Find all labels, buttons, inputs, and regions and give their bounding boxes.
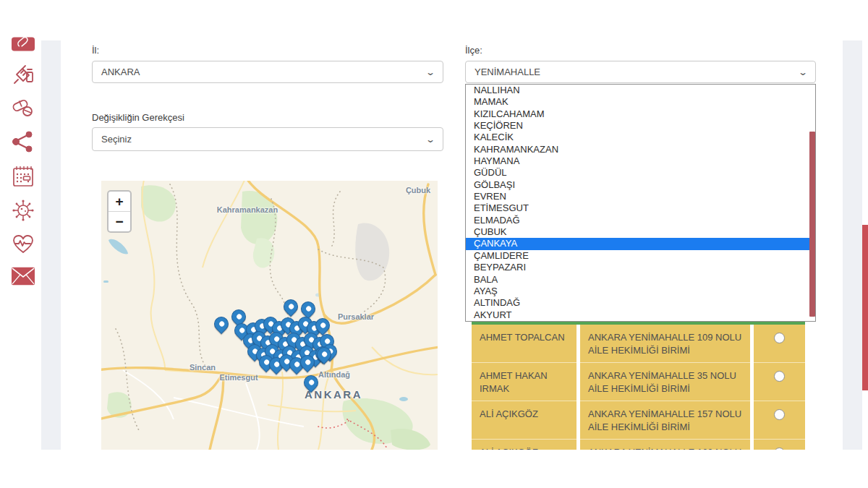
facility-select-cell [754,401,805,439]
map-tiles [101,181,438,450]
facility-table-row: AHMET HAKAN IRMAKANKARA YENİMAHALLE 35 N… [472,362,805,401]
dropdown-option[interactable]: AKYURT [466,309,815,321]
ilce-select[interactable]: YENİMAHALLE ⌄ [465,61,816,83]
map-place-label: Sincan [190,363,216,372]
il-label: İl: [92,45,99,56]
facility-table-row: AHMET TOPALCANANKARA YENİMAHALLE 109 NOL… [472,325,805,362]
facility-unit-cell: ANKARA YENİMAHALLE 157 NOLU AİLE HEKİMLİ… [580,401,750,439]
ilce-select-value: YENİMAHALLE [475,67,540,77]
dropdown-option[interactable]: ÇUBUK [466,226,815,238]
right-gutter [843,40,862,450]
chevron-down-icon: ⌄ [798,67,808,77]
facility-table-row: ALİ AÇIKGÖZANKARA YENİMAHALLE 157 NOLU A… [472,401,805,439]
facility-select-cell [754,325,805,362]
dropdown-option[interactable]: AYAŞ [466,286,815,297]
facility-table: AHMET TOPALCANANKARA YENİMAHALLE 109 NOL… [472,325,805,450]
il-select-value: ANKARA [101,67,140,77]
doctor-name-cell: ALİ AÇIKGÖZ [472,401,576,439]
dropdown-scrollbar[interactable] [809,132,815,317]
page-edge-red-bar[interactable] [862,225,868,390]
dropdown-option[interactable]: MAMAK [466,96,815,108]
dropdown-option[interactable]: KALECİK [466,132,815,143]
syringe-icon[interactable] [12,63,35,86]
facility-radio-button[interactable] [774,409,785,420]
facility-select-cell [754,439,805,450]
gerekce-select[interactable]: Seçiniz ⌄ [92,127,443,151]
dropdown-option[interactable]: ETİMESGUT [466,202,815,214]
dropdown-option[interactable]: GÖLBAŞI [466,179,815,191]
facility-unit-cell: ANKARA YENİMAHALLE 109 NOLU AİLE HEKİMLİ… [580,325,750,362]
share-icon[interactable] [12,130,35,153]
dropdown-option[interactable]: ÇAMLIDERE [466,250,815,262]
dropdown-option[interactable]: EVREN [466,191,815,202]
doctor-name-cell: AHMET HAKAN IRMAK [472,362,576,401]
ilce-dropdown-list[interactable]: NALLIHANMAMAKKIZILCAHAMAMKEÇİÖRENKALECİK… [465,84,816,322]
dropdown-option[interactable]: KAHRAMANKAZAN [466,144,815,155]
virus-icon[interactable] [12,199,35,222]
doctor-name-cell: AHMET TOPALCAN [472,325,576,362]
zoom-out-button[interactable]: − [109,212,130,231]
facility-table-row: ALİ ACIKGÖZANKARA YENİMAHALLE 160 NOLU A… [472,439,805,450]
facility-unit-cell: ANKARA YENİMAHALLE 160 NOLU AİLE HEKİMLİ… [580,439,750,450]
facility-radio-button[interactable] [774,371,785,382]
zoom-in-button[interactable]: + [109,192,130,212]
dropdown-option[interactable]: NALLIHAN [466,85,815,96]
chevron-down-icon: ⌄ [425,67,435,77]
gerekce-select-value: Seçiniz [101,134,132,145]
left-gutter [41,40,61,450]
ilce-label: İlçe: [465,45,482,56]
map-place-label: Etimesgut [219,373,258,382]
facility-map[interactable]: + − KahramankazanÇubukPursaklarSincanEti… [101,181,438,450]
dropdown-option[interactable]: KIZILCAHAMAM [466,108,815,120]
map-place-label: Altındağ [318,370,350,379]
dropdown-option[interactable]: BEYPAZARI [466,262,815,273]
dropdown-option[interactable]: ALTINDAĞ [466,297,815,309]
pills-icon[interactable] [12,96,35,119]
facility-radio-button[interactable] [774,448,785,450]
family-doctor-change-page: İl: ANKARA ⌄ Değişikliğin Gerekçesi Seçi… [0,0,868,488]
heart-pulse-icon[interactable] [12,233,35,256]
facility-radio-button[interactable] [774,333,785,343]
doctor-name-cell: ALİ ACIKGÖZ [472,439,576,450]
dropdown-option[interactable]: HAYMANA [466,155,815,167]
map-place-label: Çubuk [406,186,430,194]
dropdown-option[interactable]: KEÇİÖREN [466,120,815,132]
map-place-label: Pursaklar [338,312,374,321]
map-place-label: Kahramankazan [217,205,278,214]
calendar-icon[interactable] [12,165,35,188]
dropdown-option[interactable]: ÇANKAYA [466,238,815,249]
gerekce-label: Değişikliğin Gerekçesi [92,112,184,123]
attachment-badge-icon[interactable] [12,37,35,51]
chevron-down-icon: ⌄ [425,134,435,145]
envelope-icon[interactable] [12,267,35,286]
map-zoom-control: + − [107,190,132,233]
facility-select-cell [754,362,805,401]
dropdown-option[interactable]: BALA [466,274,815,286]
il-select[interactable]: ANKARA ⌄ [92,61,443,83]
dropdown-option[interactable]: GÜDÜL [466,167,815,179]
facility-unit-cell: ANKARA YENİMAHALLE 35 NOLU AİLE HEKİMLİĞ… [580,362,750,401]
table-header-line [472,322,805,325]
dropdown-option[interactable]: ELMADAĞ [466,215,815,226]
